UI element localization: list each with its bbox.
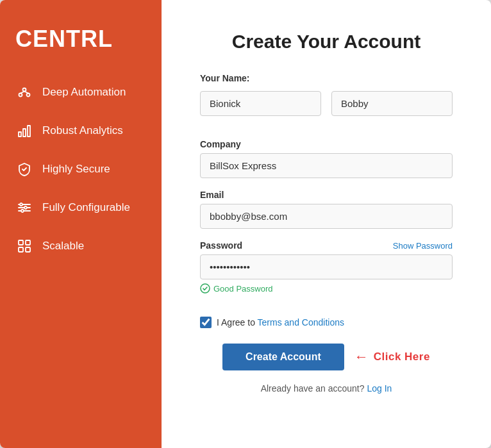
configurable-icon	[15, 199, 33, 217]
sidebar-item-deep-automation[interactable]: Deep Automation	[15, 83, 146, 101]
terms-link[interactable]: Terms and Conditions	[258, 317, 344, 328]
name-label: Your Name:	[200, 73, 453, 83]
svg-rect-6	[23, 129, 26, 137]
good-password-label: Good Password	[213, 284, 273, 294]
secure-icon	[15, 160, 33, 178]
login-row: Already have an account? Log In	[200, 383, 453, 394]
company-input[interactable]	[200, 153, 453, 178]
agree-row: I Agree to Terms and Conditions	[200, 317, 453, 328]
sidebar-item-label-scalable: Scalable	[42, 240, 84, 253]
last-name-group	[331, 91, 453, 116]
email-input[interactable]	[200, 204, 453, 229]
password-strength-indicator: Good Password	[200, 283, 453, 294]
email-label: Email	[200, 190, 453, 200]
create-btn-row: Create Account ← Click Here	[200, 344, 453, 370]
password-group: Password Show Password Good Password	[200, 240, 453, 294]
scalable-icon	[15, 237, 33, 255]
svg-rect-17	[26, 247, 30, 252]
sidebar-item-fully-configurable[interactable]: Fully Configurable	[15, 199, 146, 217]
sidebar-item-label-robust-analytics: Robust Analytics	[42, 124, 123, 137]
agree-label: I Agree to Terms and Conditions	[217, 317, 344, 328]
svg-rect-16	[19, 247, 23, 252]
click-here-annotation: ← Click Here	[354, 350, 430, 364]
svg-point-18	[201, 284, 210, 293]
last-name-input[interactable]	[331, 91, 453, 116]
main-content: Create Your Account Your Name: Company E…	[162, 0, 491, 448]
automation-icon	[15, 83, 33, 101]
first-name-group	[200, 91, 321, 116]
analytics-icon	[15, 122, 33, 140]
sidebar-item-highly-secure[interactable]: Highly Secure	[15, 160, 146, 178]
sidebar: CENTRL Deep Automation	[0, 0, 162, 448]
main-card: CENTRL Deep Automation	[0, 0, 491, 448]
svg-rect-5	[19, 132, 21, 137]
arrow-icon: ←	[354, 350, 369, 364]
svg-line-4	[24, 92, 28, 94]
sidebar-item-label-highly-secure: Highly Secure	[42, 163, 110, 176]
password-input[interactable]	[200, 254, 453, 279]
svg-rect-7	[28, 126, 30, 137]
sidebar-item-label-fully-configurable: Fully Configurable	[42, 201, 130, 214]
sidebar-item-scalable[interactable]: Scalable	[15, 237, 146, 255]
email-group: Email	[200, 190, 453, 229]
app-logo: CENTRL	[15, 26, 146, 53]
sidebar-item-robust-analytics[interactable]: Robust Analytics	[15, 122, 146, 140]
svg-line-3	[21, 92, 24, 94]
terms-checkbox[interactable]	[200, 317, 212, 328]
password-label: Password	[200, 240, 242, 251]
password-header: Password Show Password	[200, 240, 453, 251]
company-label: Company	[200, 139, 453, 149]
name-row	[200, 91, 453, 128]
click-here-label: Click Here	[374, 351, 430, 363]
good-password-icon	[200, 283, 210, 294]
svg-rect-15	[26, 240, 30, 245]
sidebar-item-label-deep-automation: Deep Automation	[42, 86, 126, 99]
login-link[interactable]: Log In	[367, 383, 392, 394]
svg-point-12	[24, 206, 27, 209]
page-title: Create Your Account	[200, 31, 453, 53]
login-prompt-text: Already have an account?	[261, 383, 365, 394]
show-password-link[interactable]: Show Password	[393, 241, 453, 251]
company-group: Company	[200, 139, 453, 178]
svg-rect-14	[19, 240, 23, 245]
svg-point-11	[20, 203, 22, 206]
first-name-input[interactable]	[200, 91, 321, 116]
svg-point-13	[21, 210, 24, 212]
create-account-button[interactable]: Create Account	[222, 344, 344, 370]
